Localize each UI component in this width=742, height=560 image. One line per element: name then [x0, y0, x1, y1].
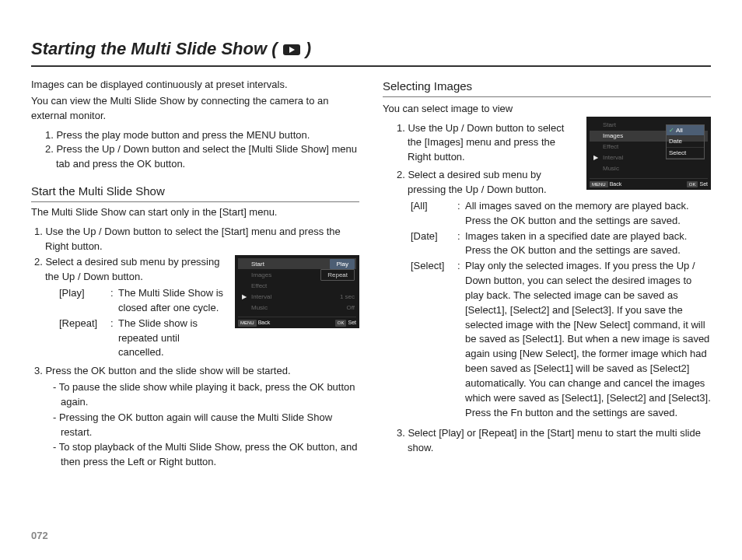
menu-item: Images	[603, 131, 623, 141]
subheading-start: Start the Multi Slide Show	[31, 183, 359, 202]
menu-item: Start	[603, 121, 616, 130]
right-column: Selecting Images You can select image to…	[383, 78, 711, 471]
definition-list: [All]:All images saved on the memory are…	[411, 199, 711, 421]
play-icon	[282, 40, 301, 61]
step: 1. Press the play mode button and press …	[42, 128, 359, 143]
step: 3. Select [Play] or [Repeat] in the [Sta…	[394, 426, 711, 456]
def-label: [Date]	[411, 229, 457, 259]
def-label: [Select]	[411, 259, 457, 420]
def-text: All images saved on the memory are playe…	[465, 199, 711, 229]
submenu-item: Select	[667, 148, 704, 159]
menu-item: Effect	[603, 142, 618, 152]
menu-item: Start	[251, 260, 264, 269]
submenu-item: All	[676, 127, 683, 134]
def-text: Images taken in a specified date are pla…	[465, 229, 711, 259]
dash-list: - To pause the slide show while playing …	[53, 380, 359, 470]
submenu-item: Date	[667, 136, 704, 148]
menu-pill: Play	[330, 259, 355, 270]
menu-key: MENU	[590, 181, 608, 188]
step: 1. Use the Up / Down button to select th…	[31, 225, 359, 254]
menu-item: Effect	[251, 282, 267, 291]
title-text-suffix: )	[306, 39, 311, 58]
intro-line: You can view the Multi Slide Show by con…	[31, 94, 359, 124]
menu-item: Images	[251, 271, 271, 280]
def-label: [Play]	[59, 286, 110, 316]
menu-item: Music	[603, 164, 619, 173]
menu-key: MENU	[238, 320, 257, 327]
footer-back: Back	[258, 320, 271, 325]
page-title: Starting the Multi Slide Show ( )	[31, 39, 711, 67]
page-number: 072	[31, 530, 48, 541]
top-steps: 1. Press the play mode button and press …	[31, 128, 359, 173]
ok-key: OK	[335, 320, 347, 327]
menu-item: Music	[251, 303, 268, 313]
start-body: The Multi Slide Show can start only in t…	[31, 205, 359, 470]
def-text: The Slide show is repeated until cancell…	[118, 317, 227, 361]
left-column: Images can be displayed continuously at …	[31, 78, 359, 471]
camera-ui-start: Start Play Images Repeat Effect ▶Interva…	[235, 255, 359, 328]
intro-block: Images can be displayed continuously at …	[31, 78, 359, 124]
step: 2. Press the Up / Down button and select…	[42, 142, 359, 172]
dash-item: - To pause the slide show while playing …	[53, 380, 359, 410]
menu-pill: Repeat	[320, 269, 355, 282]
submenu: ✓All Date Select	[666, 124, 705, 160]
menu-item: Interval	[251, 292, 271, 302]
intro-line: You can select image to view	[383, 102, 711, 117]
intro-line: Images can be displayed continuously at …	[31, 78, 359, 93]
def-label: [Repeat]	[59, 317, 110, 361]
title-text-prefix: Starting the Multi Slide Show (	[31, 39, 278, 58]
playback-icon: ▶	[591, 153, 600, 163]
body-intro: The Multi Slide Show can start only in t…	[31, 205, 359, 220]
ok-key: OK	[687, 181, 698, 188]
dash-item: - To stop playback of the Multi Slide Sh…	[53, 440, 359, 470]
menu-value: 1 sec	[340, 292, 355, 302]
step: 3. Press the OK button and the slide sho…	[31, 364, 359, 379]
def-text: The Multi Slide Show is closed after one…	[118, 286, 227, 316]
def-text: Play only the selected images. If you pr…	[465, 259, 711, 420]
footer-set: Set	[348, 320, 356, 325]
dash-item: - Pressing the OK button again will caus…	[53, 411, 359, 440]
subheading-selecting: Selecting Images	[383, 78, 711, 97]
def-label: [All]	[411, 199, 457, 229]
menu-item: Interval	[603, 153, 623, 163]
menu-value: Off	[346, 303, 355, 313]
footer-back: Back	[610, 181, 622, 187]
footer-set: Set	[699, 181, 708, 187]
camera-ui-images: Start Images Effect ▶Interval Music ✓All…	[586, 117, 711, 190]
check-icon: ✓	[669, 127, 674, 134]
playback-icon: ▶	[240, 292, 249, 302]
